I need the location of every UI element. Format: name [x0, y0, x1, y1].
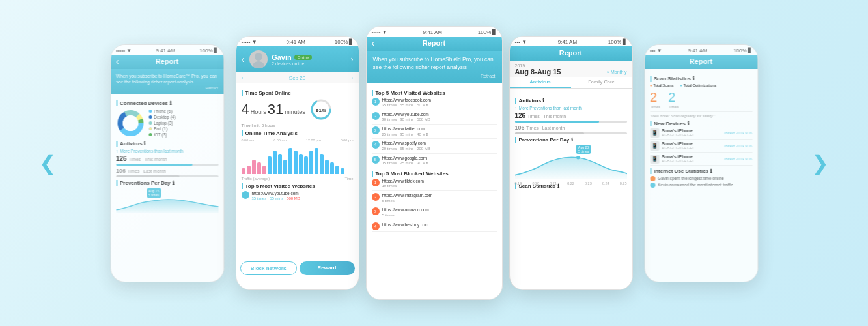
- device-info-2: Sona's iPhone A1-B1-C1-D1-E1-F1: [662, 141, 721, 150]
- device-icon-1: 📱: [650, 128, 659, 138]
- device-name-3: Sona's iPhone: [662, 155, 721, 159]
- status-bar-left2: ••••• ▼ 9:41 AM 100% ▊: [111, 45, 223, 55]
- internet-icon-2: [650, 183, 655, 188]
- reward-btn[interactable]: Reward: [300, 261, 355, 275]
- trend-left2: ↑More Preventions than last month: [116, 149, 218, 153]
- back-arrow-l1[interactable]: ‹: [242, 54, 245, 65]
- time-left2: 9:41 AM: [156, 48, 175, 53]
- scan-count: 2: [650, 90, 660, 105]
- blocked-item-3: 3 https://www.amazon.com5 times: [372, 207, 497, 220]
- svg-point-11: [576, 156, 580, 159]
- blocked-item-4: 4 https://www.bestbuy.com: [372, 222, 497, 232]
- time-spent-row: 4 Hours 31 minutes 91%: [242, 98, 354, 121]
- prev-per-day-title-r1: Preventions Per Day ℹ: [515, 137, 627, 143]
- internet-icon-1: [650, 176, 655, 181]
- device-icon-3: 📱: [650, 155, 659, 164]
- device-joined-2: Joined: 2019.9.16: [723, 144, 752, 148]
- device-info-1: Sona's iPhone A1-B1-C1-D1-E1-F1: [662, 128, 721, 137]
- trend-r1: ↑More Preventions than last month: [515, 106, 627, 110]
- new-devices-title: New Devices ℹ: [650, 121, 752, 126]
- date-next[interactable]: ›: [352, 75, 354, 81]
- block-network-btn[interactable]: Block network: [240, 261, 297, 275]
- time-center: 9:41 AM: [423, 29, 442, 35]
- opt-unit: Times: [668, 105, 679, 109]
- last-month-r1: 106 Times Last month: [515, 125, 627, 134]
- device-info-3: Sona's iPhone A1-B1-C1-D1-E1-F1: [662, 155, 721, 163]
- back-arrow-left2[interactable]: ‹: [116, 56, 119, 67]
- header-title-right2: Report: [690, 57, 712, 65]
- top5-preview-title: Top 5 Most Visited Websites: [242, 183, 354, 189]
- profile-arrow[interactable]: ›: [351, 55, 354, 64]
- chart-bars: [242, 145, 354, 174]
- total-optimizations: 2 Times: [668, 90, 679, 109]
- time-axis-labels: 0:00 am6:00 am12:00 pm6:00 pm: [242, 138, 354, 142]
- scan-quote: "Well done: Scan regularly for safety.": [650, 111, 752, 118]
- date-label: Sep 20: [289, 75, 305, 81]
- avatar-l1: [249, 50, 268, 68]
- svg-point-5: [122, 115, 138, 131]
- date-range-r1: Aug 8-Aug 15: [515, 68, 561, 76]
- visited-item-2: 2 https://www.youtube.com30 times 30 min…: [372, 112, 497, 125]
- internet-use-title: Internet Use Statistics ℹ: [650, 168, 752, 174]
- carousel-wrapper: ❮ ••••• ▼ 9:41 AM 100% ▊ ‹ Report When y…: [0, 0, 868, 326]
- visited-item-1: 1 https://www.facebook.com35 times 55 mi…: [372, 98, 497, 110]
- retract-left2[interactable]: Retract: [116, 86, 218, 90]
- device-id-3: A1-B1-C1-D1-E1-F1: [662, 159, 721, 163]
- header-title-right1: Report: [559, 49, 582, 57]
- tab-family-care[interactable]: Family Care: [571, 77, 632, 88]
- blocked-item-2: 2 https://www.instagram.com6 times: [372, 193, 497, 205]
- scan-stats-title-r2: Scan Statistics ℹ: [650, 76, 752, 82]
- device-item-3: 📱 Sona's iPhone A1-B1-C1-D1-E1-F1 Joined…: [650, 155, 752, 166]
- online-analysis-title: Online Time Analysis: [242, 130, 354, 136]
- retract-center[interactable]: Retract: [373, 74, 496, 78]
- minutes-unit: minutes: [285, 109, 305, 115]
- connected-devices-title: Connected Devices ℹ: [116, 100, 218, 106]
- visited-item-4: 4 https://www.spotify.com20 times 65 min…: [372, 141, 497, 153]
- device-joined-1: Joined: 2019.9.16: [723, 131, 752, 135]
- internet-item-2: Kevin consumed the most internet traffic: [650, 183, 752, 188]
- phone-right-1: ••• ▼ 9:41 AM 100% ▊ Report 2019 Aug 8-A…: [509, 36, 633, 290]
- internet-item-1: Gavin spent the longest time online: [650, 176, 752, 181]
- this-month-r1: 126 Times This month: [515, 112, 627, 123]
- legend: Phone (6) Desktop (4) Laptop (3) Pad (1)…: [148, 109, 176, 138]
- frequency-r1: ≈ Monthly: [607, 70, 626, 74]
- circle-progress: 91%: [309, 98, 333, 121]
- internet-text-1: Gavin spent the longest time online: [658, 176, 724, 181]
- this-month-stat-l2: 126 Times This month: [116, 155, 218, 166]
- device-name-2: Sona's iPhone: [662, 141, 721, 146]
- visited-item-3: 3 https://www.twitter.com25 times 35 min…: [372, 126, 497, 139]
- total-scans: 2 Times: [650, 90, 660, 109]
- phone-left-1: ••••• ▼ 9:41 AM 100% ▊ ‹ Gavin Online 2 …: [236, 36, 359, 290]
- profile-sub: 2 devices online: [272, 61, 312, 66]
- signal-right2: ••• ▼: [650, 48, 662, 53]
- phone-header-left2: ‹ Report: [111, 55, 223, 69]
- time-limit: Time limit: 5 hours: [242, 123, 354, 128]
- tab-antivirus[interactable]: Antivirus: [510, 77, 571, 88]
- device-item-2: 📱 Sona's iPhone A1-B1-C1-D1-E1-F1 Joined…: [650, 141, 752, 153]
- profile-name: Gavin: [272, 53, 292, 61]
- device-id-2: A1-B1-C1-D1-E1-F1: [662, 146, 721, 150]
- bottom-buttons: Block network Reward: [240, 261, 355, 275]
- signal-dots-left2: ••••• ▼: [116, 48, 132, 53]
- phone-content-center: Top 5 Most Visited Websites 1 https://ww…: [367, 83, 502, 300]
- top-visited-title-center: Top 5 Most Visited Websites: [372, 90, 497, 96]
- signal-left1: ••••• ▼: [242, 39, 257, 45]
- area-chart-l2: Aug 235 times: [116, 188, 218, 213]
- back-arrow-center[interactable]: ‹: [372, 38, 375, 48]
- header-title-center: Report: [423, 39, 445, 47]
- svg-text:91%: 91%: [316, 108, 326, 113]
- subscribe-text-left2: When you subscribe to HomeCare™ Pro, you…: [116, 73, 218, 85]
- antivirus-title-r1: Antivirus ℹ: [515, 98, 627, 104]
- date-prev[interactable]: ‹: [242, 75, 244, 81]
- next-arrow[interactable]: ❯: [811, 151, 829, 175]
- scan-numbers: 2 Times 2 Times: [650, 90, 752, 109]
- phone-center: ••••• ▼ 9:41 AM 100% ▊ ‹ Report When you…: [366, 26, 503, 300]
- online-badge: Online: [294, 55, 312, 60]
- status-bar-right2: ••• ▼ 9:41 AM 100% ▊: [645, 45, 757, 55]
- prev-arrow[interactable]: ❮: [39, 151, 57, 175]
- header-title-left2: Report: [156, 57, 178, 65]
- battery-right2: 100% ▊: [733, 48, 752, 53]
- date-freq-row: Aug 8-Aug 15 ≈ Monthly: [515, 68, 627, 76]
- time-display: 4 Hours 31 minutes: [242, 101, 305, 118]
- phone-header-center: ‹ Report: [367, 37, 502, 51]
